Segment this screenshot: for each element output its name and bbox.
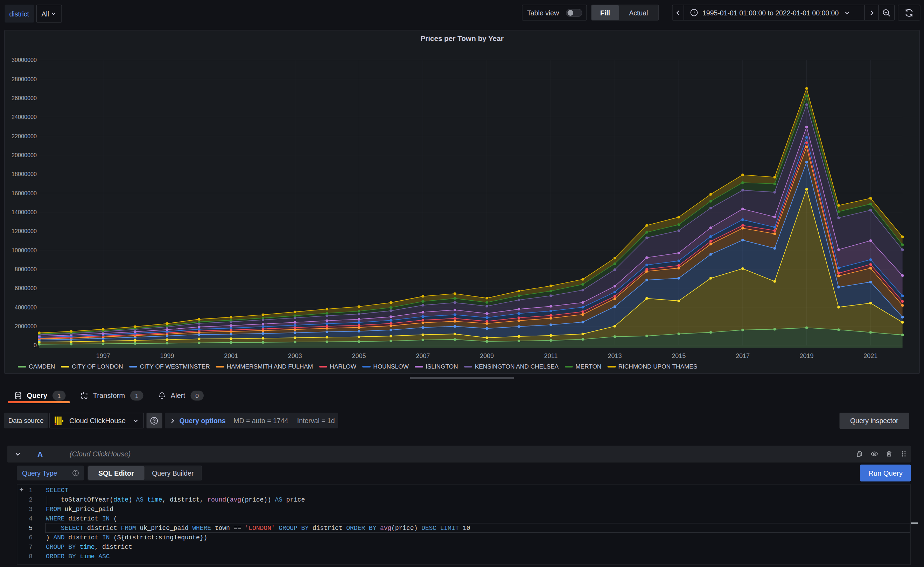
svg-text:8000000: 8000000 [15, 266, 37, 272]
svg-text:2007: 2007 [416, 352, 430, 360]
svg-text:1999: 1999 [160, 352, 174, 360]
svg-text:1997: 1997 [96, 352, 110, 360]
svg-text:14000000: 14000000 [12, 209, 37, 215]
svg-text:22000000: 22000000 [12, 133, 37, 139]
svg-text:2021: 2021 [864, 352, 878, 360]
svg-text:4000000: 4000000 [15, 304, 37, 310]
svg-text:2017: 2017 [736, 352, 750, 360]
svg-text:18000000: 18000000 [12, 171, 37, 177]
svg-text:2013: 2013 [608, 352, 622, 360]
svg-text:24000000: 24000000 [12, 114, 37, 120]
svg-text:2003: 2003 [288, 352, 302, 360]
svg-text:20000000: 20000000 [12, 152, 37, 158]
svg-text:2011: 2011 [544, 352, 558, 360]
svg-text:2000000: 2000000 [15, 323, 37, 329]
svg-text:28000000: 28000000 [12, 76, 37, 82]
svg-text:10000000: 10000000 [12, 247, 37, 254]
svg-text:26000000: 26000000 [12, 95, 37, 101]
svg-text:6000000: 6000000 [15, 285, 37, 291]
svg-text:2015: 2015 [672, 352, 686, 360]
svg-text:2009: 2009 [480, 352, 494, 360]
svg-text:12000000: 12000000 [12, 228, 37, 234]
svg-text:0: 0 [34, 342, 37, 348]
svg-text:2001: 2001 [224, 352, 238, 360]
svg-text:2019: 2019 [800, 352, 814, 360]
svg-text:2005: 2005 [352, 352, 366, 360]
svg-text:30000000: 30000000 [12, 57, 37, 63]
svg-text:16000000: 16000000 [12, 190, 37, 196]
